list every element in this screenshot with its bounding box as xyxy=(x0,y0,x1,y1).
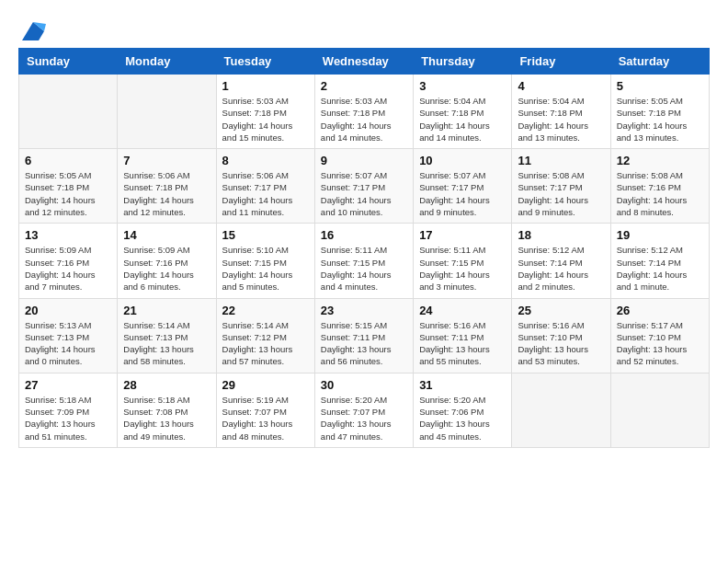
weekday-header-friday: Friday xyxy=(512,49,610,75)
day-info: Sunrise: 5:06 AM Sunset: 7:18 PM Dayligh… xyxy=(123,169,210,218)
day-info: Sunrise: 5:03 AM Sunset: 7:18 PM Dayligh… xyxy=(321,95,407,144)
weekday-header-monday: Monday xyxy=(118,49,216,75)
day-info: Sunrise: 5:13 AM Sunset: 7:13 PM Dayligh… xyxy=(25,319,111,368)
day-number: 26 xyxy=(617,304,703,317)
day-number: 14 xyxy=(123,228,210,242)
week-row-5: 27Sunrise: 5:18 AM Sunset: 7:09 PM Dayli… xyxy=(19,373,710,447)
day-info: Sunrise: 5:09 AM Sunset: 7:16 PM Dayligh… xyxy=(25,244,111,293)
day-number: 6 xyxy=(25,154,111,167)
week-row-1: 1Sunrise: 5:03 AM Sunset: 7:18 PM Daylig… xyxy=(19,75,710,149)
day-info: Sunrise: 5:14 AM Sunset: 7:13 PM Dayligh… xyxy=(123,319,210,368)
day-info: Sunrise: 5:05 AM Sunset: 7:18 PM Dayligh… xyxy=(617,95,703,144)
week-row-4: 20Sunrise: 5:13 AM Sunset: 7:13 PM Dayli… xyxy=(19,298,710,373)
day-number: 4 xyxy=(518,79,604,93)
day-number: 22 xyxy=(222,304,309,317)
calendar-cell: 9Sunrise: 5:07 AM Sunset: 7:17 PM Daylig… xyxy=(314,149,413,224)
calendar-cell: 15Sunrise: 5:10 AM Sunset: 7:15 PM Dayli… xyxy=(216,224,314,298)
calendar-cell: 27Sunrise: 5:18 AM Sunset: 7:09 PM Dayli… xyxy=(19,373,118,447)
day-number: 10 xyxy=(419,154,506,167)
weekday-header-thursday: Thursday xyxy=(414,49,512,75)
day-number: 1 xyxy=(222,79,309,93)
calendar-cell: 2Sunrise: 5:03 AM Sunset: 7:18 PM Daylig… xyxy=(314,75,413,149)
calendar-cell: 17Sunrise: 5:11 AM Sunset: 7:15 PM Dayli… xyxy=(414,224,512,298)
day-number: 30 xyxy=(321,378,407,392)
calendar-cell: 21Sunrise: 5:14 AM Sunset: 7:13 PM Dayli… xyxy=(118,298,216,373)
day-info: Sunrise: 5:18 AM Sunset: 7:08 PM Dayligh… xyxy=(123,394,210,442)
calendar-cell xyxy=(610,373,709,447)
day-info: Sunrise: 5:11 AM Sunset: 7:15 PM Dayligh… xyxy=(321,244,407,293)
calendar-cell: 7Sunrise: 5:06 AM Sunset: 7:18 PM Daylig… xyxy=(118,149,216,224)
day-number: 15 xyxy=(222,228,309,242)
calendar-cell: 31Sunrise: 5:20 AM Sunset: 7:06 PM Dayli… xyxy=(414,373,512,447)
calendar-cell: 30Sunrise: 5:20 AM Sunset: 7:07 PM Dayli… xyxy=(314,373,413,447)
calendar-cell: 13Sunrise: 5:09 AM Sunset: 7:16 PM Dayli… xyxy=(19,224,118,298)
day-number: 2 xyxy=(321,79,407,93)
day-info: Sunrise: 5:03 AM Sunset: 7:18 PM Dayligh… xyxy=(222,95,309,144)
day-number: 19 xyxy=(617,228,703,242)
day-number: 5 xyxy=(617,79,703,93)
day-info: Sunrise: 5:10 AM Sunset: 7:15 PM Dayligh… xyxy=(222,244,309,293)
calendar-cell: 1Sunrise: 5:03 AM Sunset: 7:18 PM Daylig… xyxy=(216,75,314,149)
day-number: 27 xyxy=(25,378,111,392)
day-info: Sunrise: 5:18 AM Sunset: 7:09 PM Dayligh… xyxy=(25,394,111,442)
day-info: Sunrise: 5:19 AM Sunset: 7:07 PM Dayligh… xyxy=(222,394,309,442)
day-number: 11 xyxy=(518,154,604,167)
day-info: Sunrise: 5:08 AM Sunset: 7:16 PM Dayligh… xyxy=(617,169,703,218)
calendar-cell: 28Sunrise: 5:18 AM Sunset: 7:08 PM Dayli… xyxy=(118,373,216,447)
weekday-header-tuesday: Tuesday xyxy=(216,49,314,75)
day-info: Sunrise: 5:07 AM Sunset: 7:17 PM Dayligh… xyxy=(321,169,407,218)
calendar-cell: 23Sunrise: 5:15 AM Sunset: 7:11 PM Dayli… xyxy=(314,298,413,373)
calendar-cell: 18Sunrise: 5:12 AM Sunset: 7:14 PM Dayli… xyxy=(512,224,610,298)
logo-icon xyxy=(20,18,46,44)
day-info: Sunrise: 5:04 AM Sunset: 7:18 PM Dayligh… xyxy=(518,95,604,144)
weekday-header-wednesday: Wednesday xyxy=(314,49,413,75)
day-info: Sunrise: 5:20 AM Sunset: 7:07 PM Dayligh… xyxy=(321,394,407,442)
day-number: 7 xyxy=(123,154,210,167)
week-row-2: 6Sunrise: 5:05 AM Sunset: 7:18 PM Daylig… xyxy=(19,149,710,224)
day-info: Sunrise: 5:16 AM Sunset: 7:11 PM Dayligh… xyxy=(419,319,506,368)
day-number: 23 xyxy=(321,304,407,317)
calendar-cell: 11Sunrise: 5:08 AM Sunset: 7:17 PM Dayli… xyxy=(512,149,610,224)
header xyxy=(18,18,710,39)
day-info: Sunrise: 5:08 AM Sunset: 7:17 PM Dayligh… xyxy=(518,169,604,218)
calendar-cell: 20Sunrise: 5:13 AM Sunset: 7:13 PM Dayli… xyxy=(19,298,118,373)
day-number: 20 xyxy=(25,304,111,317)
calendar-cell xyxy=(19,75,118,149)
week-row-3: 13Sunrise: 5:09 AM Sunset: 7:16 PM Dayli… xyxy=(19,224,710,298)
day-number: 12 xyxy=(617,154,703,167)
day-info: Sunrise: 5:09 AM Sunset: 7:16 PM Dayligh… xyxy=(123,244,210,293)
calendar-cell xyxy=(118,75,216,149)
day-info: Sunrise: 5:05 AM Sunset: 7:18 PM Dayligh… xyxy=(25,169,111,218)
calendar-cell: 3Sunrise: 5:04 AM Sunset: 7:18 PM Daylig… xyxy=(414,75,512,149)
weekday-header-row: SundayMondayTuesdayWednesdayThursdayFrid… xyxy=(19,49,710,75)
calendar-cell xyxy=(512,373,610,447)
day-number: 24 xyxy=(419,304,506,317)
day-number: 16 xyxy=(321,228,407,242)
calendar-cell: 8Sunrise: 5:06 AM Sunset: 7:17 PM Daylig… xyxy=(216,149,314,224)
day-info: Sunrise: 5:16 AM Sunset: 7:10 PM Dayligh… xyxy=(518,319,604,368)
day-info: Sunrise: 5:15 AM Sunset: 7:11 PM Dayligh… xyxy=(321,319,407,368)
day-number: 21 xyxy=(123,304,210,317)
day-number: 17 xyxy=(419,228,506,242)
day-info: Sunrise: 5:17 AM Sunset: 7:10 PM Dayligh… xyxy=(617,319,703,368)
calendar-cell: 25Sunrise: 5:16 AM Sunset: 7:10 PM Dayli… xyxy=(512,298,610,373)
calendar-cell: 19Sunrise: 5:12 AM Sunset: 7:14 PM Dayli… xyxy=(610,224,709,298)
weekday-header-saturday: Saturday xyxy=(610,49,709,75)
day-info: Sunrise: 5:12 AM Sunset: 7:14 PM Dayligh… xyxy=(617,244,703,293)
day-info: Sunrise: 5:20 AM Sunset: 7:06 PM Dayligh… xyxy=(419,394,506,442)
weekday-header-sunday: Sunday xyxy=(19,49,118,75)
calendar-cell: 5Sunrise: 5:05 AM Sunset: 7:18 PM Daylig… xyxy=(610,75,709,149)
day-info: Sunrise: 5:04 AM Sunset: 7:18 PM Dayligh… xyxy=(419,95,506,144)
day-number: 29 xyxy=(222,378,309,392)
day-number: 31 xyxy=(419,378,506,392)
day-info: Sunrise: 5:06 AM Sunset: 7:17 PM Dayligh… xyxy=(222,169,309,218)
logo xyxy=(18,18,46,39)
day-number: 18 xyxy=(518,228,604,242)
day-number: 8 xyxy=(222,154,309,167)
calendar-cell: 26Sunrise: 5:17 AM Sunset: 7:10 PM Dayli… xyxy=(610,298,709,373)
day-number: 3 xyxy=(419,79,506,93)
day-info: Sunrise: 5:11 AM Sunset: 7:15 PM Dayligh… xyxy=(419,244,506,293)
day-number: 25 xyxy=(518,304,604,317)
day-number: 13 xyxy=(25,228,111,242)
calendar-cell: 14Sunrise: 5:09 AM Sunset: 7:16 PM Dayli… xyxy=(118,224,216,298)
